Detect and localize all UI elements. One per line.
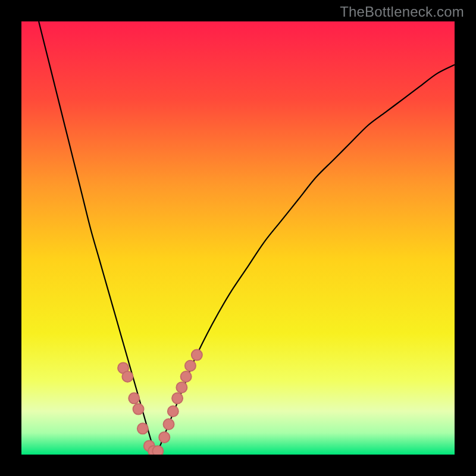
marker-point	[192, 350, 202, 361]
marker-point	[181, 371, 192, 382]
marker-point	[164, 419, 174, 430]
marker-point	[152, 446, 163, 455]
plot-area	[21, 21, 455, 455]
marker-point	[129, 393, 139, 403]
marker-group	[118, 350, 202, 455]
marker-point	[159, 432, 170, 443]
bottleneck-curve	[39, 21, 455, 455]
marker-point	[172, 393, 183, 403]
marker-point	[133, 404, 144, 415]
marker-point	[176, 382, 187, 393]
watermark-text: TheBottleneck.com	[340, 4, 464, 20]
curve-layer	[21, 21, 455, 455]
marker-point	[122, 371, 133, 382]
marker-point	[168, 406, 178, 416]
chart-frame: TheBottleneck.com	[0, 0, 476, 476]
marker-point	[137, 423, 148, 434]
marker-point	[185, 361, 196, 371]
